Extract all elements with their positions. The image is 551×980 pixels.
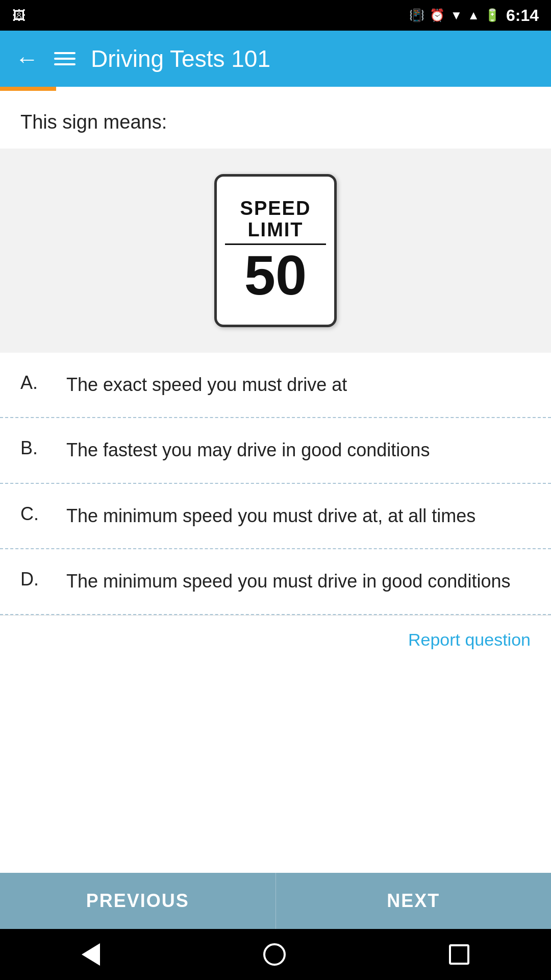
recents-square-icon: [449, 944, 469, 965]
question-prompt: This sign means:: [0, 91, 551, 149]
main-content: This sign means: SPEED LIMIT 50 A. The e…: [0, 91, 551, 873]
menu-icon-line2: [54, 58, 76, 60]
android-back-button[interactable]: [82, 943, 100, 966]
answer-option-b[interactable]: B. The fastest you may drive in good con…: [0, 418, 551, 483]
bottom-nav: PREVIOUS NEXT: [0, 873, 551, 929]
answer-text-c: The minimum speed you must drive at, at …: [66, 503, 475, 529]
report-question-link[interactable]: Report question: [408, 630, 531, 649]
answer-letter-b: B.: [20, 437, 46, 459]
android-nav-bar: [0, 929, 551, 980]
alarm-icon: ⏰: [430, 8, 445, 22]
sign-line2: LIMIT: [247, 219, 303, 240]
back-button[interactable]: ←: [15, 45, 39, 72]
answer-option-c[interactable]: C. The minimum speed you must drive at, …: [0, 484, 551, 549]
android-recents-button[interactable]: [449, 944, 469, 965]
sign-line1: SPEED: [240, 198, 311, 219]
next-button[interactable]: NEXT: [276, 873, 552, 929]
app-bar: ← Driving Tests 101: [0, 31, 551, 87]
wifi-icon: ▼: [450, 8, 462, 22]
answers-section: A. The exact speed you must drive at B. …: [0, 353, 551, 873]
sign-text: SPEED LIMIT: [225, 198, 326, 246]
android-home-button[interactable]: [263, 943, 286, 966]
image-icon: 🖼: [12, 8, 26, 23]
answer-text-d: The minimum speed you must drive in good…: [66, 569, 510, 594]
vibrate-icon: 📳: [409, 8, 424, 22]
accent-bar: [0, 87, 551, 91]
status-right: 📳 ⏰ ▼ ▲ 🔋 6:14: [409, 6, 539, 25]
status-time: 6:14: [506, 6, 539, 25]
answer-option-d[interactable]: D. The minimum speed you must drive in g…: [0, 549, 551, 615]
menu-icon-line3: [54, 63, 76, 65]
answer-letter-a: A.: [20, 372, 46, 394]
answer-letter-c: C.: [20, 503, 46, 525]
answer-text-b: The fastest you may drive in good condit…: [66, 437, 430, 463]
home-circle-icon: [263, 943, 286, 966]
status-bar: 🖼 📳 ⏰ ▼ ▲ 🔋 6:14: [0, 0, 551, 31]
back-triangle-icon: [82, 943, 100, 966]
battery-icon: 🔋: [485, 8, 500, 22]
menu-icon-line1: [54, 52, 76, 54]
previous-button[interactable]: PREVIOUS: [0, 873, 276, 929]
answer-letter-d: D.: [20, 569, 46, 590]
app-title: Driving Tests 101: [91, 45, 270, 72]
sign-area: SPEED LIMIT 50: [0, 149, 551, 353]
back-icon: ←: [15, 45, 39, 72]
menu-button[interactable]: [54, 52, 76, 65]
speed-limit-sign: SPEED LIMIT 50: [214, 174, 337, 327]
status-left: 🖼: [12, 8, 26, 23]
answer-text-a: The exact speed you must drive at: [66, 372, 347, 398]
answer-option-a[interactable]: A. The exact speed you must drive at: [0, 353, 551, 418]
sign-number: 50: [244, 247, 307, 303]
signal-icon: ▲: [467, 8, 480, 22]
status-icons: 📳 ⏰ ▼ ▲ 🔋: [409, 8, 500, 22]
report-section: Report question: [0, 615, 551, 664]
